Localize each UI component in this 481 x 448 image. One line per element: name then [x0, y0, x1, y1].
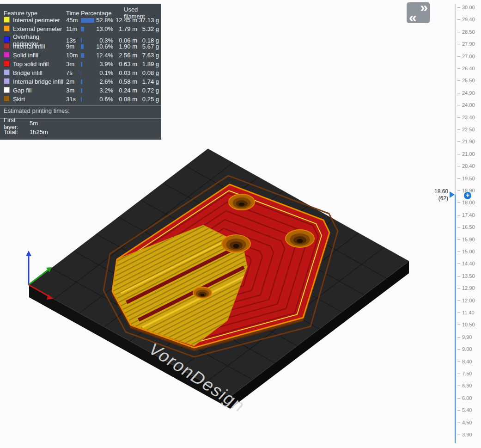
- tick-mark: [457, 32, 460, 32]
- tick-label: 28.50: [462, 29, 475, 35]
- total-time-label: Total:: [4, 129, 30, 135]
- feature-length: 0.08 m: [113, 96, 137, 103]
- percentage-bar: [81, 71, 96, 75]
- tick-mark: [457, 362, 460, 362]
- tick-label: 21.90: [462, 139, 475, 144]
- slider-track-upper[interactable]: [455, 4, 456, 195]
- slider-current-value: 18.60 (62): [430, 188, 448, 202]
- percentage-bar: [81, 88, 96, 93]
- percentage-bar: [81, 44, 96, 49]
- tick-mark: [457, 276, 460, 276]
- feature-label: Internal bridge infill: [13, 78, 66, 85]
- feature-color-swatch: [4, 17, 10, 23]
- tick-label: 25.50: [462, 78, 475, 83]
- tick-label: 20.40: [462, 163, 475, 169]
- feature-time: 7s: [66, 69, 81, 76]
- percentage-bar: [81, 80, 96, 84]
- tick-mark: [457, 313, 460, 313]
- first-layer-value: 5m: [30, 120, 38, 127]
- tick-label: 8.40: [462, 359, 472, 364]
- tick-label: 24.90: [462, 90, 475, 96]
- legend-row: Skirt 31s 0.6% 0.08 m 0.25 g: [0, 95, 161, 104]
- feature-label: Internal infill: [13, 43, 66, 50]
- tick-label: 27.00: [462, 54, 475, 59]
- feature-length: 1.90 m: [113, 43, 137, 50]
- feature-weight: 7.63 g: [137, 52, 159, 59]
- feature-color-swatch: [4, 37, 10, 43]
- tick-mark: [457, 215, 460, 215]
- tick-mark: [457, 44, 460, 44]
- slider-track-lower[interactable]: [455, 195, 456, 443]
- tick-label: 6.90: [462, 383, 472, 388]
- tick-mark: [457, 435, 460, 435]
- feature-color-swatch: [4, 52, 10, 58]
- tick-mark: [457, 105, 460, 105]
- tick-label: 5.40: [462, 407, 472, 413]
- tick-mark: [457, 190, 460, 191]
- tick-label: 19.50: [462, 176, 475, 181]
- feature-length: 0.03 m: [113, 69, 137, 76]
- tick-label: 24.00: [462, 102, 475, 108]
- feature-weight: 1.74 g: [137, 78, 159, 85]
- tick-label: 12.90: [462, 285, 475, 291]
- legend-panel: Feature type Time Percentage Used filame…: [0, 4, 161, 140]
- slider-handle[interactable]: [450, 191, 455, 198]
- feature-length: 2.56 m: [113, 52, 137, 59]
- feature-label: Skirt: [13, 96, 66, 103]
- tick-mark: [457, 301, 460, 301]
- feature-color-swatch: [4, 25, 10, 31]
- feature-length: 0.58 m: [113, 78, 137, 85]
- first-layer-label: First layer:: [4, 117, 30, 130]
- layer-slider[interactable]: 30.00 29.40 28.50 27.90 27.00 26.40 25.5…: [430, 0, 481, 448]
- legend-row: External perimeter 11m 13.0% 1.79 m 5.32…: [0, 25, 161, 33]
- tick-label: 26.40: [462, 66, 475, 71]
- feature-label: Gap fill: [13, 87, 66, 94]
- tick-label: 23.40: [462, 115, 475, 120]
- tick-label: 17.40: [462, 212, 475, 218]
- feature-time: 10m: [66, 52, 81, 59]
- tick-label: 4.50: [462, 420, 472, 425]
- feature-color-swatch: [4, 61, 10, 67]
- feature-weight: 0.08 g: [137, 69, 159, 76]
- feature-time: 31s: [66, 96, 81, 103]
- tick-mark: [457, 410, 460, 411]
- percentage-bar: [81, 62, 96, 67]
- feature-label: External perimeter: [13, 25, 66, 32]
- tick-mark: [457, 374, 460, 374]
- estimated-times-title: Estimated printing times:: [0, 106, 161, 117]
- tick-label: 3.90: [462, 432, 472, 437]
- tick-label: 10.50: [462, 322, 475, 327]
- feature-label: Internal perimeter: [13, 17, 66, 24]
- tick-mark: [457, 227, 460, 227]
- percentage-bar: [81, 97, 96, 102]
- add-color-change-button[interactable]: +: [464, 192, 471, 199]
- tick-mark: [457, 80, 460, 81]
- feature-color-swatch: [4, 87, 10, 93]
- tick-label: 14.40: [462, 261, 475, 266]
- tick-label: 7.50: [462, 371, 472, 376]
- collapse-arrows-icon[interactable]: «: [409, 10, 417, 25]
- tick-label: 22.50: [462, 127, 475, 132]
- tick-mark: [457, 7, 460, 8]
- tick-label: 27.90: [462, 41, 475, 47]
- tick-mark: [457, 386, 460, 386]
- feature-length: 1.79 m: [113, 25, 137, 32]
- tick-mark: [457, 349, 460, 350]
- tick-mark: [457, 141, 460, 142]
- tick-label: 13.50: [462, 273, 475, 279]
- feature-weight: 5.32 g: [137, 25, 159, 32]
- tick-label: 15.00: [462, 249, 475, 254]
- tick-mark: [457, 325, 460, 325]
- legend-row: Overhang perimeter 13s 0.3% 0.06 m 0.18 …: [0, 33, 161, 42]
- tick-mark: [457, 337, 460, 338]
- expand-arrows-icon[interactable]: »: [420, 0, 428, 15]
- tick-label: 30.00: [462, 5, 475, 10]
- tick-mark: [457, 117, 460, 118]
- feature-percent: 0.6%: [96, 96, 113, 103]
- tick-label: 9.90: [462, 334, 472, 340]
- tick-mark: [457, 93, 460, 93]
- feature-percent: 12.4%: [96, 52, 113, 59]
- percentage-bar: [81, 27, 96, 31]
- total-time-value: 1h25m: [30, 129, 48, 135]
- tick-mark: [457, 129, 460, 130]
